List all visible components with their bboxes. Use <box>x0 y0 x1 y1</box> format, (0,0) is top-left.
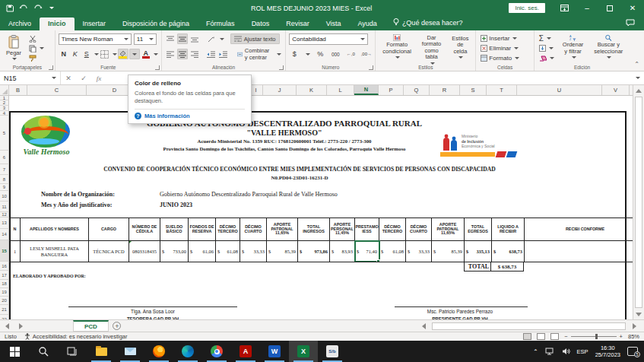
table-cell[interactable]: LESLY MISHELL PATA BANGUERA <box>21 241 89 262</box>
insert-cells-button[interactable]: Insertar <box>479 34 531 42</box>
sheet-prev-icon[interactable] <box>0 320 14 332</box>
format-as-table-button[interactable]: Dar formato como tabla <box>418 33 445 62</box>
scroll-down-icon[interactable] <box>633 309 644 319</box>
vertical-scrollbar[interactable] <box>633 85 644 319</box>
row-header-20[interactable]: 20 <box>0 297 9 305</box>
horizontal-scrollbar[interactable] <box>417 320 644 332</box>
maximize-button[interactable] <box>598 0 621 16</box>
table-cell[interactable]: $61,08 <box>379 241 406 262</box>
notification-center-icon[interactable]: 5 <box>627 347 638 356</box>
file-explorer-button[interactable] <box>87 341 116 362</box>
table-cell[interactable]: $61,08 <box>216 241 240 262</box>
row-header-17[interactable]: 17 <box>0 271 9 280</box>
row-header-12[interactable]: 12 <box>0 212 9 218</box>
undo-icon[interactable] <box>19 5 28 12</box>
scroll-up-icon[interactable] <box>633 85 644 96</box>
hscroll-right-icon[interactable] <box>627 323 641 329</box>
network-icon[interactable] <box>545 348 555 355</box>
autosum-button[interactable]: Σ <box>538 34 556 43</box>
column-header-S[interactable]: S <box>460 85 487 95</box>
sheet-next-icon[interactable] <box>14 320 27 332</box>
font-color-button[interactable]: A <box>141 49 151 59</box>
tab-ayuda[interactable]: Ayuda <box>350 17 385 30</box>
column-header-U[interactable]: U <box>517 85 602 95</box>
accessibility-status[interactable]: Accesibilidad: es necesario investigar <box>24 333 128 340</box>
column-header-V[interactable]: V <box>602 85 630 95</box>
zoom-in-icon[interactable]: + <box>620 333 623 340</box>
orientation-icon[interactable] <box>206 33 217 44</box>
italic-button[interactable]: K <box>70 49 81 59</box>
row-header-14[interactable]: 14 <box>0 229 9 240</box>
volume-icon[interactable] <box>562 348 570 355</box>
table-cell[interactable]: $83,93 <box>330 241 355 262</box>
tab-disposicion[interactable]: Disposición de página <box>114 17 198 30</box>
row-header-8[interactable]: 8 <box>0 175 9 184</box>
row-header-7[interactable]: 7 <box>0 164 9 175</box>
formula-bar-expand-icon[interactable] <box>630 71 644 84</box>
tab-datos[interactable]: Datos <box>243 17 278 30</box>
redo-icon[interactable] <box>33 5 43 12</box>
tab-insertar[interactable]: Insertar <box>75 17 115 30</box>
tooltip-help-link[interactable]: ?Más información <box>135 113 245 119</box>
alignment-dialog-launcher-icon[interactable] <box>279 65 284 70</box>
sheet-grid[interactable]: 12345678910111213141516171819202122 Vall… <box>0 96 633 319</box>
column-header-N[interactable]: N <box>354 85 379 95</box>
decrease-decimal-icon[interactable]: ,00→ <box>360 49 372 59</box>
collapse-ribbon-icon[interactable]: ⌃ <box>630 30 644 71</box>
page-layout-view-icon[interactable] <box>537 333 545 340</box>
row-header-19[interactable]: 19 <box>0 288 9 297</box>
table-cell[interactable]: $85,39 <box>432 241 465 262</box>
normal-view-icon[interactable] <box>523 333 531 340</box>
row-header-11[interactable]: 11 <box>0 202 9 212</box>
comments-icon[interactable] <box>626 19 635 28</box>
save-icon[interactable] <box>6 5 14 12</box>
font-name-select[interactable]: Times New Roman <box>59 33 132 45</box>
tab-vista[interactable]: Vista <box>318 17 350 30</box>
mail-button[interactable] <box>116 341 144 362</box>
column-header-P[interactable]: P <box>379 85 404 95</box>
word-button[interactable]: W <box>260 341 289 362</box>
increase-decimal-icon[interactable]: ←,0 <box>345 49 356 59</box>
column-header-K[interactable]: K <box>297 85 327 95</box>
table-cell[interactable]: $973,86 <box>298 241 330 262</box>
name-box[interactable]: N15 <box>0 71 61 84</box>
sign-in-button[interactable]: Inic. ses. <box>509 3 545 13</box>
table-cell[interactable]: $733,00 <box>160 241 189 262</box>
paste-button[interactable]: Pegar <box>3 33 24 62</box>
vertical-scroll-thumb[interactable] <box>635 97 642 308</box>
tell-me-box[interactable]: ¿Qué desea hacer? <box>385 16 471 30</box>
sort-filter-button[interactable]: AZ Ordenar y filtrar <box>559 33 588 62</box>
sheet-tab-pcd[interactable]: PCD <box>73 320 109 332</box>
decrease-indent-icon[interactable] <box>206 49 217 59</box>
row-header-5[interactable]: 5 <box>0 116 9 151</box>
clear-button[interactable] <box>538 54 556 62</box>
language-indicator[interactable]: ESP <box>577 348 588 355</box>
zoom-slider[interactable]: − + <box>564 333 623 340</box>
copy-button[interactable] <box>27 44 46 52</box>
chrome-button[interactable] <box>202 341 231 362</box>
select-all-corner[interactable] <box>0 85 9 95</box>
table-cell[interactable]: $638,73 <box>492 241 525 262</box>
tab-inicio[interactable]: Inicio <box>40 17 75 30</box>
qat-customize-icon[interactable] <box>49 7 54 9</box>
ribbon-display-options-icon[interactable] <box>553 0 576 16</box>
number-format-select[interactable]: Contabilidad <box>289 33 368 45</box>
cell-styles-button[interactable]: Estilos de celda <box>448 33 472 62</box>
close-button[interactable]: ✕ <box>621 0 644 16</box>
fill-color-dropdown[interactable] <box>129 49 140 59</box>
horizontal-scroll-thumb[interactable] <box>432 322 626 330</box>
align-center-icon[interactable] <box>177 49 188 59</box>
table-cell[interactable]: $61,06 <box>189 241 216 262</box>
tab-formulas[interactable]: Fórmulas <box>198 17 243 30</box>
acrobat-button[interactable]: A <box>231 341 260 362</box>
column-header-R[interactable]: R <box>430 85 460 95</box>
align-middle-icon[interactable] <box>177 33 188 44</box>
cut-button[interactable] <box>27 34 46 43</box>
row-header-13[interactable]: 13 <box>0 218 9 229</box>
borders-button[interactable] <box>100 49 110 59</box>
bold-button[interactable]: N <box>59 49 69 59</box>
column-header-C[interactable]: C <box>27 85 87 95</box>
clipboard-dialog-launcher-icon[interactable] <box>49 65 53 70</box>
merge-center-button[interactable]: Combinar y centrar <box>236 49 283 59</box>
font-dialog-launcher-icon[interactable] <box>155 65 160 70</box>
